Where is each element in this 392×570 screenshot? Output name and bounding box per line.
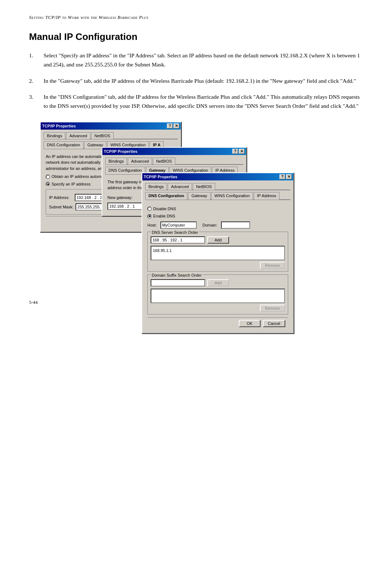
dialog-1-ip-label: IP Address:	[49, 195, 73, 201]
dialog-3-disable-radio[interactable]	[147, 207, 152, 211]
dialog-3-ok-btn[interactable]: OK	[239, 320, 261, 327]
dialog-3-domain-label: Domain:	[203, 222, 217, 228]
dialog-3-domain-input[interactable]	[221, 221, 250, 229]
instruction-1-text: Select "Specify an IP address" in the "I…	[44, 51, 363, 69]
dialog-2-title: TCP/IP Properties	[104, 149, 138, 154]
dialog-3-help-btn[interactable]: ?	[279, 174, 285, 179]
page-header: Setting TCP/IP to Work with the Wireless…	[29, 15, 363, 20]
dialog-1-titlebar-btns: ? ✕	[167, 123, 179, 129]
dialog-3-suffix-list	[151, 289, 285, 303]
dialog-2-help-btn[interactable]: ?	[232, 149, 238, 154]
dialog-3-tab-gateway[interactable]: Gateway	[188, 192, 210, 200]
dialog-3-footer: OK Cancel	[147, 317, 288, 329]
dialog-3-dns-group: DNS Server Search Order Add 168.95.1.1 R…	[147, 232, 288, 272]
dialog-1-help-btn[interactable]: ?	[167, 123, 173, 129]
dialog-1-tab-netbios[interactable]: NetBIOS	[91, 132, 113, 139]
dialog-1-tab-dns[interactable]: DNS Configuration	[44, 141, 83, 149]
dialog-2-tab-advanced[interactable]: Advanced	[128, 158, 152, 164]
dialog-1-radio-2-label: Specify an IP address:	[52, 181, 91, 187]
dialog-3-title: TCP/IP Properties	[144, 175, 177, 179]
dialog-3-tab-bar-2: DNS Configuration Gateway WINS Configura…	[145, 192, 290, 200]
section-title: Manual IP Configuration	[29, 31, 363, 42]
instruction-3-num: 3.	[29, 93, 44, 102]
dialog-3-host-row: Host: Domain:	[147, 221, 288, 229]
dialog-stack: TCP/IP Properties ? ✕ Bindings Advanced …	[29, 118, 363, 285]
instruction-3: 3. In the "DNS Configuration" tab, add t…	[29, 93, 363, 111]
instruction-2-text: In the "Gateway" tab, add the IP address…	[44, 77, 363, 86]
dialog-1-tab-bar: Bindings Advanced NetBIOS	[44, 132, 178, 139]
dialog-3-dns-list: 168.95.1.1	[151, 246, 285, 260]
dialog-1-tab-bindings[interactable]: Bindings	[44, 132, 65, 139]
dialog-2-tab-dns[interactable]: DNS Configuration	[105, 167, 145, 174]
dialog-3-disable-row: Disable DNS	[147, 206, 288, 212]
dialog-1-tab-advanced[interactable]: Advanced	[66, 132, 90, 139]
dialog-3-tab-dns[interactable]: DNS Configuration	[145, 192, 187, 200]
dialog-3: TCP/IP Properties ? ✕ Bindings Advanced …	[142, 172, 294, 334]
dialog-2-titlebar: TCP/IP Properties ? ✕	[102, 148, 246, 155]
dialog-2-titlebar-btns: ? ✕	[232, 149, 245, 154]
dialog-2-close-btn[interactable]: ✕	[239, 149, 245, 154]
instruction-2: 2. In the "Gateway" tab, add the IP addr…	[29, 77, 363, 86]
dialog-3-titlebar: TCP/IP Properties ? ✕	[142, 173, 293, 180]
dialog-3-dns-list-item: 168.95.1.1	[152, 247, 283, 254]
dialog-3-body: Disable DNS Enable DNS Host: Domain: DNS…	[145, 203, 290, 331]
dialog-3-suffix-input-row: Add	[151, 279, 285, 286]
dialog-3-dns-group-label: DNS Server Search Order	[151, 229, 199, 236]
dialog-1-close-btn[interactable]: ✕	[173, 123, 179, 129]
dialog-3-enable-row: Enable DNS	[147, 213, 288, 219]
dialog-1-radio-1[interactable]	[46, 175, 50, 179]
dialog-3-close-btn[interactable]: ✕	[286, 174, 292, 179]
dialog-3-dns-add-btn[interactable]: Add	[207, 236, 229, 244]
dialog-3-host-label: Host:	[147, 222, 157, 228]
dialog-3-host-input[interactable]	[160, 221, 197, 229]
dialog-2-gateway-label: New gateway:	[107, 195, 132, 201]
dialog-2-tab-netbios[interactable]: NetBIOS	[153, 158, 175, 164]
dialog-3-tab-bindings[interactable]: Bindings	[145, 183, 167, 190]
dialog-1-radio-2[interactable]	[46, 182, 50, 186]
dialog-3-tab-ip[interactable]: IP Address	[254, 192, 279, 200]
instruction-2-num: 2.	[29, 77, 44, 86]
dialog-3-tab-wins[interactable]: WINS Configuration	[211, 192, 253, 200]
dialog-3-tab-netbios[interactable]: NetBIOS	[193, 183, 215, 190]
header-text: Setting TCP/IP to Work with the Wireless…	[29, 15, 148, 20]
dialog-3-tab-advanced[interactable]: Advanced	[168, 183, 192, 190]
instructions-list: 1. Select "Specify an IP address" in the…	[29, 51, 363, 111]
dialog-1-subnet-label: Subnet Mask:	[49, 204, 73, 210]
instruction-1-num: 1.	[29, 51, 44, 60]
dialog-3-dns-input-row: Add	[151, 236, 285, 244]
dialog-1-titlebar: TCP/IP Properties ? ✕	[41, 122, 181, 130]
dialog-3-content: Bindings Advanced NetBIOS DNS Configurat…	[142, 180, 293, 333]
dialog-3-tab-bar-1: Bindings Advanced NetBIOS	[145, 183, 290, 190]
dialog-3-suffix-input[interactable]	[151, 279, 205, 286]
dialog-2-tab-bindings[interactable]: Bindings	[105, 158, 127, 164]
dialog-3-titlebar-btns: ? ✕	[279, 174, 292, 179]
dialog-3-suffix-group: Domain Suffix Search Order Add Remove	[147, 274, 288, 314]
dialog-3-suffix-add-btn[interactable]: Add	[207, 279, 229, 286]
instruction-3-text: In the "DNS Configuration" tab, add the …	[44, 93, 363, 111]
dialog-3-enable-radio[interactable]	[147, 214, 152, 219]
dialog-2-tab-bar-1: Bindings Advanced NetBIOS	[105, 157, 243, 165]
dialog-3-dns-input[interactable]	[151, 236, 205, 244]
dialog-3-dns-remove-btn[interactable]: Remove	[260, 262, 285, 269]
dialog-3-disable-label: Disable DNS	[153, 206, 176, 212]
dialog-3-suffix-group-label: Domain Suffix Search Order	[151, 272, 203, 278]
dialog-1-title: TCP/IP Properties	[42, 124, 76, 128]
instruction-1: 1. Select "Specify an IP address" in the…	[29, 51, 363, 69]
dialog-3-suffix-remove-btn[interactable]: Remove	[260, 305, 285, 312]
dialog-3-cancel-btn[interactable]: Cancel	[263, 320, 285, 327]
dialog-3-enable-label: Enable DNS	[153, 213, 175, 219]
